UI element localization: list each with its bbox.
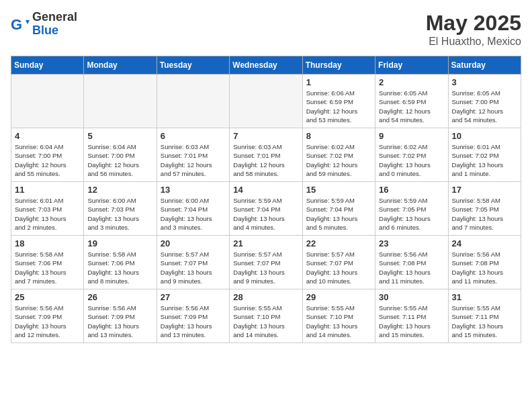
day-info: Sunrise: 5:57 AM Sunset: 7:07 PM Dayligh… xyxy=(233,250,298,285)
day-cell: 12Sunrise: 6:00 AM Sunset: 7:03 PM Dayli… xyxy=(84,182,157,236)
day-info: Sunrise: 5:59 AM Sunset: 7:04 PM Dayligh… xyxy=(306,196,371,232)
day-number: 30 xyxy=(379,292,444,302)
header-cell-tuesday: Tuesday xyxy=(157,56,229,75)
day-number: 11 xyxy=(15,185,80,195)
title-block: May 2025 El Huaxtho, Mexico xyxy=(426,11,521,48)
day-info: Sunrise: 5:58 AM Sunset: 7:06 PM Dayligh… xyxy=(87,250,152,285)
day-cell: 23Sunrise: 5:56 AM Sunset: 7:08 PM Dayli… xyxy=(375,236,448,289)
day-cell: 6Sunrise: 6:03 AM Sunset: 7:01 PM Daylig… xyxy=(157,128,229,182)
day-cell: 2Sunrise: 6:05 AM Sunset: 6:59 PM Daylig… xyxy=(375,75,448,128)
day-info: Sunrise: 6:00 AM Sunset: 7:04 PM Dayligh… xyxy=(161,196,226,232)
day-info: Sunrise: 6:00 AM Sunset: 7:03 PM Dayligh… xyxy=(87,196,152,232)
svg-marker-1 xyxy=(26,20,30,24)
day-number: 21 xyxy=(233,238,298,248)
logo-icon: G xyxy=(11,15,30,34)
header-cell-friday: Friday xyxy=(375,56,448,75)
day-number: 7 xyxy=(233,131,298,141)
day-number: 12 xyxy=(87,185,152,195)
day-info: Sunrise: 6:03 AM Sunset: 7:01 PM Dayligh… xyxy=(233,142,298,178)
day-cell: 22Sunrise: 5:57 AM Sunset: 7:07 PM Dayli… xyxy=(302,236,375,289)
day-cell xyxy=(11,75,84,128)
day-info: Sunrise: 5:58 AM Sunset: 7:05 PM Dayligh… xyxy=(452,196,517,232)
day-info: Sunrise: 6:01 AM Sunset: 7:03 PM Dayligh… xyxy=(15,196,80,232)
logo-text: General Blue xyxy=(32,11,77,38)
day-info: Sunrise: 5:59 AM Sunset: 7:04 PM Dayligh… xyxy=(233,196,298,232)
day-cell: 27Sunrise: 5:56 AM Sunset: 7:09 PM Dayli… xyxy=(157,289,229,343)
week-row-3: 11Sunrise: 6:01 AM Sunset: 7:03 PM Dayli… xyxy=(11,182,521,236)
day-cell: 18Sunrise: 5:58 AM Sunset: 7:06 PM Dayli… xyxy=(11,236,84,289)
logo-general: General xyxy=(32,11,77,24)
day-number: 23 xyxy=(379,238,444,248)
day-number: 17 xyxy=(452,185,517,195)
day-info: Sunrise: 6:02 AM Sunset: 7:02 PM Dayligh… xyxy=(306,142,371,178)
day-number: 20 xyxy=(161,238,226,248)
svg-text:G: G xyxy=(11,16,22,33)
day-cell: 5Sunrise: 6:04 AM Sunset: 7:00 PM Daylig… xyxy=(84,128,157,182)
day-number: 2 xyxy=(379,77,444,87)
day-cell: 21Sunrise: 5:57 AM Sunset: 7:07 PM Dayli… xyxy=(230,236,302,289)
day-number: 3 xyxy=(452,77,517,87)
day-cell: 9Sunrise: 6:02 AM Sunset: 7:02 PM Daylig… xyxy=(375,128,448,182)
calendar-body: 1Sunrise: 6:06 AM Sunset: 6:59 PM Daylig… xyxy=(11,75,521,343)
day-number: 18 xyxy=(15,238,80,248)
day-number: 1 xyxy=(306,77,371,87)
day-cell: 24Sunrise: 5:56 AM Sunset: 7:08 PM Dayli… xyxy=(448,236,521,289)
day-info: Sunrise: 6:03 AM Sunset: 7:01 PM Dayligh… xyxy=(161,142,226,178)
day-info: Sunrise: 5:59 AM Sunset: 7:05 PM Dayligh… xyxy=(379,196,444,232)
header-cell-sunday: Sunday xyxy=(11,56,84,75)
day-cell: 30Sunrise: 5:55 AM Sunset: 7:11 PM Dayli… xyxy=(375,289,448,343)
day-info: Sunrise: 5:56 AM Sunset: 7:09 PM Dayligh… xyxy=(15,304,80,339)
day-number: 13 xyxy=(161,185,226,195)
day-info: Sunrise: 6:05 AM Sunset: 6:59 PM Dayligh… xyxy=(379,89,444,124)
calendar-header: SundayMondayTuesdayWednesdayThursdayFrid… xyxy=(11,56,521,75)
day-cell: 11Sunrise: 6:01 AM Sunset: 7:03 PM Dayli… xyxy=(11,182,84,236)
logo-blue: Blue xyxy=(32,24,77,38)
day-info: Sunrise: 5:56 AM Sunset: 7:09 PM Dayligh… xyxy=(87,304,152,339)
week-row-2: 4Sunrise: 6:04 AM Sunset: 7:00 PM Daylig… xyxy=(11,128,521,182)
day-number: 25 xyxy=(15,292,80,302)
day-cell xyxy=(157,75,229,128)
day-info: Sunrise: 5:57 AM Sunset: 7:07 PM Dayligh… xyxy=(306,250,371,285)
day-cell: 26Sunrise: 5:56 AM Sunset: 7:09 PM Dayli… xyxy=(84,289,157,343)
day-cell: 1Sunrise: 6:06 AM Sunset: 6:59 PM Daylig… xyxy=(302,75,375,128)
day-number: 27 xyxy=(161,292,226,302)
day-info: Sunrise: 6:01 AM Sunset: 7:02 PM Dayligh… xyxy=(452,142,517,178)
day-info: Sunrise: 5:56 AM Sunset: 7:09 PM Dayligh… xyxy=(161,304,226,339)
day-cell: 7Sunrise: 6:03 AM Sunset: 7:01 PM Daylig… xyxy=(230,128,302,182)
day-number: 28 xyxy=(233,292,298,302)
day-number: 14 xyxy=(233,185,298,195)
day-number: 4 xyxy=(15,131,80,141)
day-cell: 20Sunrise: 5:57 AM Sunset: 7:07 PM Dayli… xyxy=(157,236,229,289)
day-cell xyxy=(84,75,157,128)
day-number: 26 xyxy=(87,292,152,302)
day-cell: 10Sunrise: 6:01 AM Sunset: 7:02 PM Dayli… xyxy=(448,128,521,182)
header-cell-monday: Monday xyxy=(84,56,157,75)
day-cell: 3Sunrise: 6:05 AM Sunset: 7:00 PM Daylig… xyxy=(448,75,521,128)
day-info: Sunrise: 5:57 AM Sunset: 7:07 PM Dayligh… xyxy=(161,250,226,285)
day-number: 9 xyxy=(379,131,444,141)
day-number: 22 xyxy=(306,238,371,248)
week-row-4: 18Sunrise: 5:58 AM Sunset: 7:06 PM Dayli… xyxy=(11,236,521,289)
day-info: Sunrise: 6:06 AM Sunset: 6:59 PM Dayligh… xyxy=(306,89,371,124)
header-row: SundayMondayTuesdayWednesdayThursdayFrid… xyxy=(11,56,521,75)
day-cell: 16Sunrise: 5:59 AM Sunset: 7:05 PM Dayli… xyxy=(375,182,448,236)
day-number: 15 xyxy=(306,185,371,195)
day-cell xyxy=(230,75,302,128)
day-cell: 29Sunrise: 5:55 AM Sunset: 7:10 PM Dayli… xyxy=(302,289,375,343)
day-cell: 17Sunrise: 5:58 AM Sunset: 7:05 PM Dayli… xyxy=(448,182,521,236)
day-info: Sunrise: 5:55 AM Sunset: 7:10 PM Dayligh… xyxy=(233,304,298,339)
header-cell-thursday: Thursday xyxy=(302,56,375,75)
day-number: 6 xyxy=(161,131,226,141)
day-number: 29 xyxy=(306,292,371,302)
day-number: 16 xyxy=(379,185,444,195)
day-number: 24 xyxy=(452,238,517,248)
day-info: Sunrise: 6:04 AM Sunset: 7:00 PM Dayligh… xyxy=(87,142,152,178)
day-number: 19 xyxy=(87,238,152,248)
day-cell: 15Sunrise: 5:59 AM Sunset: 7:04 PM Dayli… xyxy=(302,182,375,236)
day-cell: 14Sunrise: 5:59 AM Sunset: 7:04 PM Dayli… xyxy=(230,182,302,236)
day-cell: 28Sunrise: 5:55 AM Sunset: 7:10 PM Dayli… xyxy=(230,289,302,343)
week-row-1: 1Sunrise: 6:06 AM Sunset: 6:59 PM Daylig… xyxy=(11,75,521,128)
day-cell: 8Sunrise: 6:02 AM Sunset: 7:02 PM Daylig… xyxy=(302,128,375,182)
page-header: G General Blue May 2025 El Huaxtho, Mexi… xyxy=(11,11,521,48)
day-info: Sunrise: 5:56 AM Sunset: 7:08 PM Dayligh… xyxy=(452,250,517,285)
